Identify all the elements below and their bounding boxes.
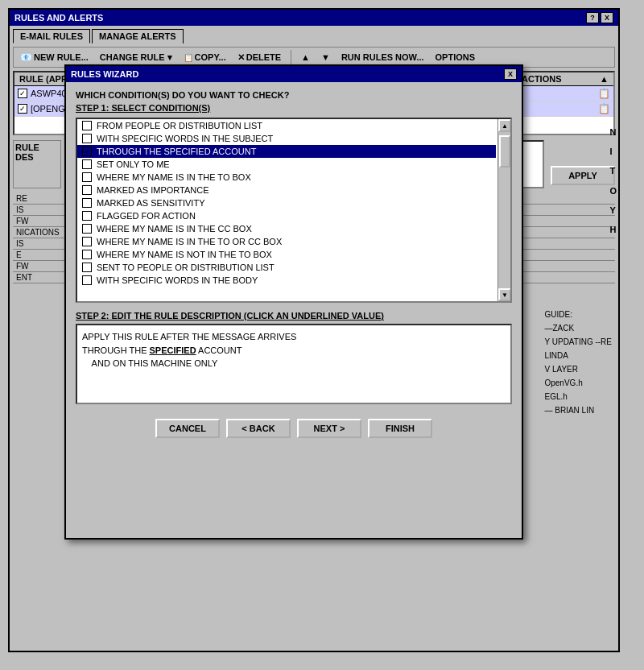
main-titlebar: RULES AND ALERTS ? X — [10, 10, 618, 26]
right-item-6: EGL.h — [544, 390, 612, 403]
cond-label-7: MARKED AS SENSITIVITY — [97, 198, 204, 208]
col-actions-header: ACTIONS ▲ — [517, 72, 613, 85]
cond-label-9: WHERE MY NAME IS IN THE CC BOX — [97, 224, 252, 234]
new-rule-button[interactable]: 📧 NEW RULE... — [17, 50, 92, 64]
cond-label-10: WHERE MY NAME IS IN THE TO OR CC BOX — [97, 237, 282, 246]
copy-label: COPY... — [195, 52, 226, 62]
options-button[interactable]: OPTIONS — [432, 51, 479, 64]
condition-item[interactable]: FROM PEOPLE OR DISTRIBUTION LIST — [77, 119, 496, 132]
up-button[interactable]: ▲ — [298, 51, 313, 64]
desc-line-1: APPLY THIS RULE AFTER THE MESSAGE ARRIVE… — [82, 330, 506, 344]
scrollbar[interactable]: ▲ ▼ — [497, 119, 510, 301]
row1-checkbox[interactable]: ✓ — [18, 89, 27, 98]
cond-checkbox-1[interactable] — [82, 121, 92, 130]
cond-checkbox-9[interactable] — [82, 224, 92, 234]
conditions-list[interactable]: FROM PEOPLE OR DISTRIBUTION LIST WITH SP… — [76, 118, 512, 303]
cond-checkbox-5[interactable] — [82, 172, 92, 182]
condition-item[interactable]: WHERE MY NAME IS IN THE CC BOX — [77, 222, 496, 235]
cancel-button[interactable]: CANCEL — [155, 419, 220, 438]
cond-checkbox-4[interactable] — [82, 159, 92, 169]
cond-checkbox-12[interactable] — [82, 263, 92, 272]
desc-line-3: AND ON THIS MACHINE ONLY — [82, 357, 506, 370]
copy-button[interactable]: 📋 COPY... — [180, 51, 229, 64]
condition-item[interactable]: WHERE MY NAME IS IN THE TO OR CC BOX — [77, 235, 496, 248]
cond-label-11: WHERE MY NAME IS NOT IN THE TO BOX — [97, 250, 272, 259]
row1-action: 📋 — [598, 88, 610, 99]
condition-item[interactable]: SENT TO PEOPLE OR DISTRIBUTION LIST — [77, 261, 496, 274]
right-item-7: — BRIAN LIN — [544, 403, 612, 417]
right-panel: GUIDE: —ZACK Y UPDATING --RE LINDA V LAY… — [544, 308, 612, 417]
scroll-up-arrow[interactable]: ▲ — [600, 74, 609, 84]
cond-checkbox-3[interactable] — [82, 147, 92, 156]
cond-label-8: FLAGGED FOR ACTION — [97, 211, 196, 221]
cond-checkbox-2[interactable] — [82, 134, 92, 143]
back-button[interactable]: < BACK — [226, 419, 291, 438]
condition-item[interactable]: WITH SPECIFIC WORDS IN THE SUBJECT — [77, 132, 496, 145]
condition-item[interactable]: SET ONLY TO ME — [77, 158, 496, 171]
cond-checkbox-11[interactable] — [82, 250, 92, 259]
cond-checkbox-6[interactable] — [82, 185, 92, 195]
wizard-step1-label: STEP 1: SELECT CONDITION(S) — [76, 103, 512, 113]
cond-label-4: SET ONLY TO ME — [97, 159, 170, 169]
guide-label: GUIDE: — [544, 308, 612, 321]
wizard-content: WHICH CONDITION(S) DO YOU WANT TO CHECK?… — [66, 82, 522, 453]
apply-button[interactable]: APPLY — [551, 166, 615, 185]
tabs-bar: E-MAIL RULES MANAGE ALERTS — [13, 29, 615, 43]
tab-email-rules[interactable]: E-MAIL RULES — [13, 29, 90, 43]
condition-item-selected[interactable]: THROUGH THE SPECIFIED ACCOUNT — [77, 145, 496, 158]
right-item-5: OpenVG.h — [544, 376, 612, 390]
right-item-1: —ZACK — [544, 321, 612, 335]
run-rules-label: RUN RULES NOW... — [341, 52, 424, 62]
cond-label-13: WITH SPECIFIC WORDS IN THE BODY — [97, 275, 258, 285]
wizard-step2-label: STEP 2: EDIT THE RULE DESCRIPTION (CLICK… — [76, 311, 512, 321]
condition-item[interactable]: WITH SPECIFIC WORDS IN THE BODY — [77, 274, 496, 287]
right-item-4: V LAYER — [544, 362, 612, 376]
tab-email-rules-label: E-MAIL RULES — [20, 31, 83, 41]
condition-item[interactable]: WHERE MY NAME IS NOT IN THE TO BOX — [77, 248, 496, 261]
wizard-titlebar: RULES WIZARD X — [66, 66, 522, 82]
down-button[interactable]: ▼ — [318, 51, 333, 64]
new-rule-icon: 📧 — [20, 52, 32, 63]
delete-label: DELETE — [246, 52, 281, 62]
help-button[interactable]: ? — [586, 12, 599, 23]
scrollbar-thumb[interactable] — [499, 135, 510, 168]
scroll-down-button[interactable]: ▼ — [498, 288, 511, 301]
wizard-close-button[interactable]: X — [504, 68, 517, 80]
cond-checkbox-13[interactable] — [82, 275, 92, 285]
change-rule-button[interactable]: CHANGE RULE ▾ — [97, 51, 175, 64]
right-item-3: LINDA — [544, 349, 612, 362]
delete-button[interactable]: ✕ DELETE — [234, 51, 284, 64]
titlebar-buttons: ? X — [586, 12, 613, 23]
right-edge-letters: N I T O Y H — [609, 122, 617, 239]
desc-line-2: THROUGH THE SPECIFIED ACCOUNT — [82, 344, 506, 358]
main-title: RULES AND ALERTS — [14, 13, 103, 23]
scroll-up-button[interactable]: ▲ — [498, 119, 511, 132]
condition-item[interactable]: MARKED AS SENSITIVITY — [77, 196, 496, 209]
wizard-buttons: CANCEL < BACK NEXT > FINISH — [76, 412, 512, 445]
down-arrow-icon: ▼ — [321, 52, 330, 62]
row2-checkbox[interactable]: ✓ — [18, 104, 27, 114]
tab-manage-alerts[interactable]: MANAGE ALERTS — [92, 29, 184, 43]
cond-checkbox-10[interactable] — [82, 237, 92, 246]
condition-item[interactable]: MARKED AS IMPORTANCE — [77, 184, 496, 196]
close-button[interactable]: X — [601, 12, 613, 23]
up-arrow-icon: ▲ — [301, 52, 310, 62]
cond-label-6: MARKED AS IMPORTANCE — [97, 185, 209, 195]
row2-action: 📋 — [598, 103, 610, 114]
new-rule-label: NEW RULE... — [34, 52, 89, 62]
next-button[interactable]: NEXT > — [297, 419, 361, 438]
copy-icon: 📋 — [184, 53, 193, 62]
cond-checkbox-8[interactable] — [82, 211, 92, 221]
run-rules-button[interactable]: RUN RULES NOW... — [338, 51, 427, 64]
cond-label-3: THROUGH THE SPECIFIED ACCOUNT — [97, 147, 256, 156]
finish-button[interactable]: FINISH — [368, 419, 432, 438]
specified-link[interactable]: SPECIFIED — [150, 345, 196, 355]
condition-item[interactable]: WHERE MY NAME IS IN THE TO BOX — [77, 171, 496, 184]
cond-label-2: WITH SPECIFIC WORDS IN THE SUBJECT — [97, 134, 273, 143]
condition-item[interactable]: FLAGGED FOR ACTION — [77, 209, 496, 222]
delete-icon: ✕ — [237, 52, 245, 63]
cond-checkbox-7[interactable] — [82, 198, 92, 208]
wizard-title: RULES WIZARD — [71, 69, 138, 79]
change-rule-label: CHANGE RULE ▾ — [100, 52, 172, 63]
rule-description-box: APPLY THIS RULE AFTER THE MESSAGE ARRIVE… — [76, 324, 512, 404]
